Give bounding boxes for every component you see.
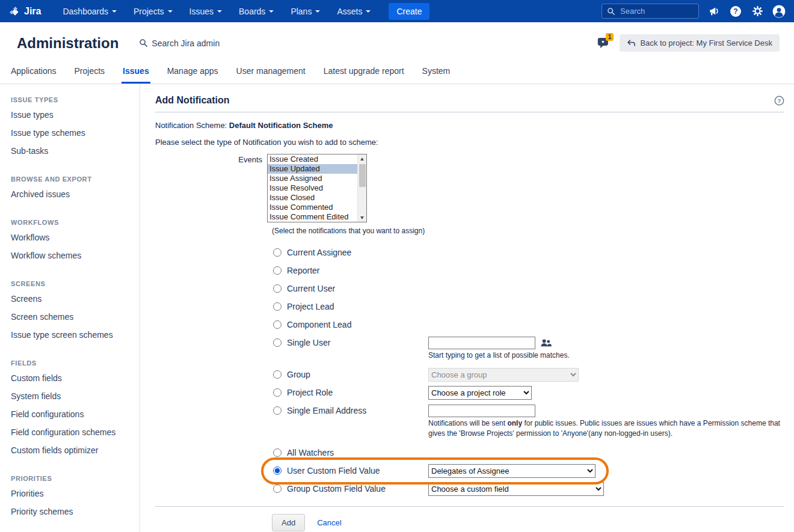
help-icon[interactable]: ? [729,5,742,18]
option-label: Single User [287,338,330,347]
nav-issues[interactable]: Issues [183,3,228,20]
scrollbar-thumb[interactable] [359,164,366,187]
nav-plans[interactable]: Plans [285,3,326,20]
all-watchers-radio[interactable] [273,448,282,457]
admin-tabs: Applications Projects Issues Manage apps… [0,66,794,84]
event-option[interactable]: Issue Closed [268,193,357,203]
event-option[interactable]: Issue Comment Edited [268,212,357,222]
option-project-lead: Project Lead [272,298,784,316]
global-search-input[interactable] [619,6,691,16]
sidebar-item-issue-type-schemes[interactable]: Issue type schemes [0,124,140,142]
jira-logo[interactable]: Jira [8,5,41,17]
avatar[interactable] [772,5,786,18]
tab-applications[interactable]: Applications [10,66,58,84]
nav-assets[interactable]: Assets [331,3,377,20]
logo-text: Jira [24,6,41,17]
scheme-line: Notification Scheme: Default Notificatio… [155,121,784,130]
sidebar-item-workflow-schemes[interactable]: Workflow schemes [0,246,140,264]
sidebar-item-screens[interactable]: Screens [0,290,140,308]
component-lead-radio[interactable] [273,320,282,329]
single-user-input[interactable] [428,337,535,349]
events-hint: (Select the notifications that you want … [272,227,784,235]
nav-boards[interactable]: Boards [233,3,280,20]
project-role-select[interactable]: Choose a project role [428,386,532,400]
cancel-link[interactable]: Cancel [317,518,341,527]
event-option[interactable]: Issue Resolved [268,183,357,193]
chevron-down-icon [366,10,371,13]
scroll-down-icon[interactable] [358,213,366,222]
group-radio[interactable] [273,370,282,379]
section-help-icon[interactable]: ? [774,96,784,106]
event-option-selected[interactable]: Issue Updated [268,164,357,174]
sidebar-item-sub-tasks[interactable]: Sub-tasks [0,142,140,160]
events-listbox[interactable]: Issue Created Issue Updated Issue Assign… [267,154,367,222]
nav-projects-label: Projects [134,7,164,16]
reporter-radio[interactable] [273,266,282,275]
group-custom-field-radio[interactable] [273,485,282,493]
group-custom-field-select[interactable]: Choose a custom field [428,482,604,496]
event-option[interactable]: Issue Created [268,154,357,164]
sidebar-item-system-fields[interactable]: System fields [0,387,140,405]
option-project-role: Project Role Choose a project role [272,384,784,402]
scroll-up-icon[interactable] [358,154,366,163]
nav-dashboards[interactable]: Dashboards [57,3,123,20]
option-single-email: Single Email Address [272,402,784,420]
tab-projects[interactable]: Projects [73,66,106,84]
sidebar-item-custom-fields[interactable]: Custom fields [0,369,140,387]
sidebar-item-priorities[interactable]: Priorities [0,485,140,503]
admin-search[interactable]: Search Jira admin [139,38,220,48]
sidebar-item-issue-type-screen-schemes[interactable]: Issue type screen schemes [0,326,140,344]
option-label: Single Email Address [287,406,366,415]
global-search[interactable] [602,4,699,19]
sidebar-item-screen-schemes[interactable]: Screen schemes [0,308,140,326]
tab-user-management[interactable]: User management [235,66,307,84]
sidebar-heading-issue-types: ISSUE TYPES [11,96,129,103]
tab-system[interactable]: System [421,66,452,84]
tab-issues[interactable]: Issues [122,66,150,84]
event-option[interactable]: Issue Commented [268,203,357,212]
add-button[interactable]: Add [272,514,305,531]
sidebar-heading-browse-export: BROWSE AND EXPORT [11,176,129,183]
sidebar-item-issue-types[interactable]: Issue types [0,106,140,124]
create-button[interactable]: Create [389,3,429,20]
event-option[interactable]: Issue Assigned [268,174,357,183]
page-title: Administration [17,35,118,52]
user-picker-icon[interactable] [540,338,552,348]
option-component-lead: Component Lead [272,316,784,334]
admin-search-label: Search Jira admin [152,38,220,48]
sidebar-item-field-configurations[interactable]: Field configurations [0,405,140,423]
sidebar-item-archived-issues[interactable]: Archived issues [0,185,140,203]
sidebar-item-workflows[interactable]: Workflows [0,228,140,246]
nav-plans-label: Plans [291,7,312,16]
admin-header: Administration Search Jira admin 1 Back … [0,22,794,52]
user-custom-field-radio[interactable] [273,466,282,475]
current-assignee-radio[interactable] [273,248,282,257]
gear-icon[interactable] [751,5,764,18]
option-label: Project Lead [287,302,334,311]
back-button-label: Back to project: My First Service Desk [640,38,772,47]
announcements-icon[interactable] [707,5,721,18]
sidebar-item-custom-fields-optimizer[interactable]: Custom fields optimizer [0,441,140,459]
project-lead-radio[interactable] [273,302,282,311]
single-user-radio[interactable] [273,338,282,347]
listbox-scrollbar[interactable] [357,154,366,222]
nav-projects[interactable]: Projects [128,3,179,20]
nav-issues-label: Issues [189,7,214,16]
sidebar-item-priority-schemes[interactable]: Priority schemes [0,503,140,521]
user-custom-field-select[interactable]: Delegates of Assignee [428,464,596,478]
project-role-radio[interactable] [273,388,282,397]
group-select[interactable]: Choose a group [428,368,579,382]
tab-latest-upgrade-report[interactable]: Latest upgrade report [322,66,405,84]
option-group: Group Choose a group [272,365,784,384]
svg-text:?: ? [778,97,781,103]
current-user-radio[interactable] [273,284,282,293]
scheme-name: Default Notification Scheme [229,121,333,130]
back-to-project-button[interactable]: Back to project: My First Service Desk [620,34,780,52]
single-email-input[interactable] [428,405,535,417]
tab-manage-apps[interactable]: Manage apps [166,66,220,84]
feedback-bubble-icon[interactable]: 1 [597,36,612,50]
option-label: Project Role [287,388,333,397]
notification-type-options: Current Assignee Reporter Current User [272,243,784,498]
single-email-radio[interactable] [273,406,282,415]
sidebar-item-field-configuration-schemes[interactable]: Field configuration schemes [0,423,140,441]
